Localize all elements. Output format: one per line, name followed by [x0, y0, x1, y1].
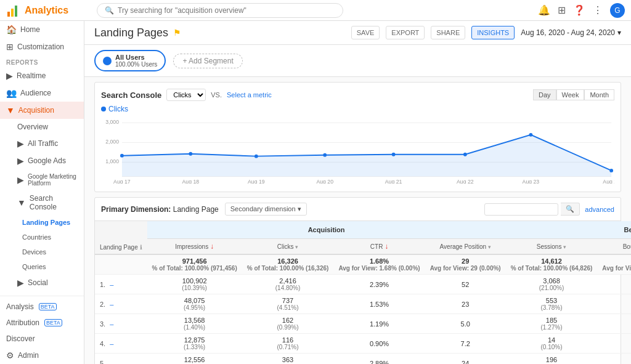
- sidebar-item-google-ads[interactable]: ▶ Google Ads: [0, 152, 84, 169]
- row-impressions-2: 13,568(1.40%): [147, 314, 242, 334]
- total-bounce: 28.61% Avg for View: 5.3% (36.61%): [597, 254, 631, 275]
- sidebar-item-queries[interactable]: Queries: [0, 259, 84, 274]
- sidebar-section-reports: REPORTS: [0, 55, 84, 67]
- sidebar-google-marketing-label: Google Marketing Platform: [28, 173, 78, 187]
- chart-section: Search Console Clicks VS. Select a metri…: [94, 82, 621, 192]
- sidebar-item-all-traffic[interactable]: ▶ All Traffic: [0, 135, 84, 152]
- col-avg-pos[interactable]: Average Position ▾: [425, 239, 506, 255]
- week-button[interactable]: Week: [556, 89, 585, 100]
- more-icon[interactable]: ⋮: [593, 4, 603, 16]
- secondary-dim-button[interactable]: Secondary dimension ▾: [225, 203, 307, 216]
- sidebar-item-countries[interactable]: Countries: [0, 230, 84, 245]
- insights-button[interactable]: INSIGHTS: [471, 26, 515, 39]
- notification-icon[interactable]: 🔔: [538, 4, 550, 16]
- export-button[interactable]: EXPORT: [386, 26, 425, 39]
- row-sessions-2: 185(1.27%): [506, 314, 598, 334]
- row-page-1[interactable]: 2. –: [95, 294, 147, 314]
- sidebar-item-google-marketing[interactable]: ▶ Google Marketing Platform: [0, 169, 84, 190]
- col-ctr[interactable]: CTR ↓: [333, 239, 425, 255]
- table-row: 3. – 13,568(1.40%) 162(0.99%) 1.19% 5.0 …: [95, 314, 631, 334]
- total-impressions: 971,456 % of Total: 100.00% (971,456): [147, 254, 242, 275]
- col-impressions[interactable]: Impressions ↓: [147, 239, 242, 255]
- sidebar-item-customization[interactable]: ⊞ Customization: [0, 38, 84, 55]
- svg-text:2,000: 2,000: [105, 139, 119, 145]
- select-metric-link[interactable]: Select a metric: [227, 91, 272, 99]
- top-icons: 🔔 ⊞ ❓ ⋮ G: [538, 3, 625, 18]
- sidebar-item-analysis[interactable]: Analysis BETA: [0, 299, 84, 315]
- row-avg-pos-1: 23: [425, 294, 506, 314]
- row-bounce-4: 1.02%: [597, 354, 631, 365]
- save-button[interactable]: SAVE: [351, 26, 380, 39]
- row-bounce-2: 12.97%: [597, 314, 631, 334]
- row-ctr-2: 1.19%: [333, 314, 425, 334]
- search-icon: 🔍: [105, 6, 114, 15]
- help-icon[interactable]: ❓: [573, 4, 585, 16]
- table-search-input[interactable]: [484, 203, 558, 216]
- sidebar-item-search-console[interactable]: ▼ Search Console: [0, 190, 84, 215]
- apps-icon[interactable]: ⊞: [558, 4, 566, 16]
- col-landing-page: Landing Page ℹ: [95, 221, 147, 254]
- sidebar-item-landing-pages[interactable]: Landing Pages: [0, 215, 84, 230]
- row-page-2[interactable]: 3. –: [95, 314, 147, 334]
- vs-label: VS.: [211, 91, 222, 99]
- total-ctr: 1.68% Avg for View: 1.68% (0.00%): [333, 254, 425, 275]
- share-button[interactable]: SHARE: [431, 26, 465, 39]
- col-bounce[interactable]: Bounce Rate ▾: [597, 239, 631, 255]
- advanced-link[interactable]: advanced: [585, 206, 614, 213]
- add-segment-button[interactable]: + Add Segment: [173, 54, 242, 68]
- sidebar-item-attribution[interactable]: Attribution BETA: [0, 315, 84, 331]
- sidebar-google-ads-label: Google Ads: [28, 156, 66, 165]
- sidebar-overview-label: Overview: [17, 123, 48, 131]
- search-bar[interactable]: 🔍: [97, 3, 343, 18]
- sidebar-item-discover[interactable]: Discover: [0, 331, 84, 347]
- metric-label: Clicks: [101, 105, 614, 113]
- row-page-3[interactable]: 4. –: [95, 334, 147, 354]
- row-ctr-1: 1.53%: [333, 294, 425, 314]
- sidebar-search-console-label: Search Console: [30, 194, 78, 211]
- row-avg-pos-4: 24: [425, 354, 506, 365]
- row-clicks-4: 363(2.22%): [242, 354, 334, 365]
- sidebar-item-campaigns[interactable]: ▶ Campaigns: [0, 291, 84, 296]
- table-row: 1. – 100,902(10.39%) 2,416(14.80%) 2.39%…: [95, 275, 631, 294]
- svg-point-12: [189, 152, 192, 156]
- home-icon: 🏠: [6, 25, 17, 34]
- all-users-segment[interactable]: All Users 100.00% Users: [94, 50, 166, 71]
- svg-text:3,000: 3,000: [105, 119, 119, 125]
- sidebar-landing-pages-label: Landing Pages: [22, 219, 70, 226]
- chart-svg: 3,000 2,000 1,000: [101, 116, 614, 184]
- sidebar-item-admin[interactable]: ⚙ Admin: [0, 347, 84, 364]
- sidebar-acquisition-label: Acquisition: [18, 106, 54, 115]
- metric-select[interactable]: Clicks: [166, 89, 206, 101]
- row-page-0[interactable]: 1. –: [95, 275, 147, 294]
- search-input[interactable]: [118, 6, 335, 15]
- attribution-beta-badge: BETA: [44, 319, 62, 326]
- svg-point-11: [120, 154, 124, 158]
- row-avg-pos-2: 5.0: [425, 314, 506, 334]
- sidebar-customization-label: Customization: [17, 42, 64, 51]
- sidebar-item-social[interactable]: ▶ Social: [0, 274, 84, 291]
- month-button[interactable]: Month: [584, 89, 614, 100]
- row-page-4[interactable]: 5. –: [95, 354, 147, 365]
- date-range[interactable]: Aug 16, 2020 - Aug 24, 2020 ▾: [521, 28, 621, 37]
- col-sessions[interactable]: Sessions ▾: [506, 239, 598, 255]
- sidebar-realtime-label: Realtime: [17, 71, 46, 80]
- svg-point-14: [323, 153, 327, 157]
- table-row: 4. – 12,875(1.33%) 116(0.71%) 0.90% 7.2 …: [95, 334, 631, 354]
- segment-bar: All Users 100.00% Users + Add Segment: [84, 45, 631, 77]
- sidebar-item-realtime[interactable]: ▶ Realtime: [0, 67, 84, 84]
- sidebar-discover-label: Discover: [6, 334, 35, 343]
- content: Landing Pages ⚑ SAVE EXPORT SHARE INSIGH…: [84, 21, 631, 364]
- account-icon[interactable]: G: [610, 3, 625, 18]
- analysis-beta-badge: BETA: [39, 303, 57, 310]
- sidebar-item-overview[interactable]: Overview: [0, 119, 84, 135]
- sidebar-item-audience[interactable]: 👥 Audience: [0, 84, 84, 102]
- svg-text:1,000: 1,000: [105, 158, 119, 164]
- col-clicks[interactable]: Clicks ▾: [242, 239, 334, 255]
- sidebar-item-home[interactable]: 🏠 Home: [0, 21, 84, 38]
- table-search-button[interactable]: 🔍: [561, 203, 580, 216]
- row-avg-pos-0: 52: [425, 275, 506, 294]
- sidebar-item-acquisition[interactable]: ▼ Acquisition: [0, 102, 84, 119]
- sidebar-item-devices[interactable]: Devices: [0, 245, 84, 259]
- main-layout: 🏠 Home ⊞ Customization REPORTS ▶ Realtim…: [0, 21, 631, 364]
- day-button[interactable]: Day: [533, 89, 556, 100]
